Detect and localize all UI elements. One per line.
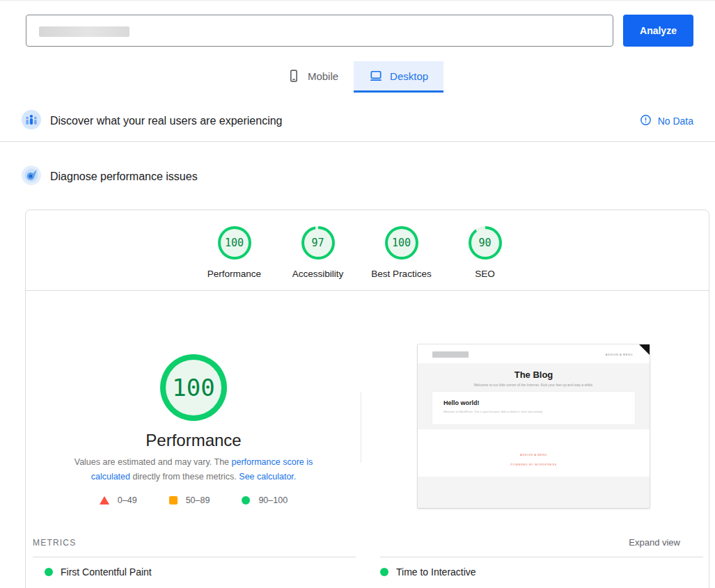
seo-score-label: SEO <box>443 269 527 279</box>
tab-mobile-label: Mobile <box>308 70 338 82</box>
screenshot-footer-line-1: ASSIGN A MENU <box>418 453 650 456</box>
url-input[interactable] <box>26 15 613 47</box>
expand-view-button[interactable]: Expand view <box>629 537 680 548</box>
screenshot-post-excerpt: Welcome to WordPress. This is your first… <box>443 410 624 413</box>
card-divider <box>26 290 709 291</box>
performance-main-ring[interactable]: 100 <box>160 354 227 421</box>
legend-fail: 0–49 <box>100 495 137 505</box>
field-section-title: Discover what your real users are experi… <box>50 115 282 127</box>
score-disclaimer: Values are estimated and may vary. The p… <box>54 455 333 484</box>
disclaimer-text-1: Values are estimated and may vary. The <box>74 457 232 467</box>
performance-score-ring: 100 <box>218 226 251 260</box>
diagnose-gauge-icon <box>22 166 41 188</box>
tab-mobile[interactable]: Mobile <box>272 61 354 93</box>
tab-desktop-label: Desktop <box>390 70 428 82</box>
info-icon <box>640 114 652 128</box>
legend-average: 50–89 <box>169 495 210 505</box>
metric-first-contentful-paint: First Contentful Paint 0.3 s <box>45 566 152 588</box>
metric-pass-dot-icon <box>380 568 388 576</box>
screenshot-menu-label: ASSIGN A MENU <box>606 353 633 356</box>
metric-pass-dot-icon <box>45 568 53 576</box>
no-data-link[interactable]: No Data <box>640 114 693 128</box>
performance-main-score: 100 <box>172 374 214 402</box>
performance-score-label: Performance <box>193 269 276 279</box>
redacted-url-text <box>39 26 129 37</box>
field-data-section-header: Discover what your real users are experi… <box>0 101 715 141</box>
pass-circle-icon <box>242 496 250 504</box>
no-data-label: No Data <box>658 116 693 127</box>
accessibility-score-value: 97 <box>311 237 324 249</box>
metric-fcp-value: 0.3 s <box>45 584 152 588</box>
disclaimer-text-2: directly from these metrics. <box>130 472 239 482</box>
analyze-button[interactable]: Analyze <box>623 15 693 47</box>
seo-score-value: 90 <box>478 237 491 249</box>
seo-score-ring: 90 <box>469 226 502 260</box>
fail-triangle-icon <box>100 496 109 504</box>
metric-tti-value: 0.3 s <box>380 584 476 588</box>
score-accessibility[interactable]: 97 Accessibility <box>276 226 360 279</box>
best-practices-score-ring: 100 <box>385 226 418 260</box>
performance-gauge-title: Performance <box>26 431 361 450</box>
screenshot-footer-links: ASSIGN A MENU POWERED BY WORDPRESS <box>418 429 650 477</box>
screenshot-hero-band: The Blog Welcome to our little corner of… <box>418 363 650 429</box>
metrics-header: METRICS Expand view <box>33 537 680 548</box>
lab-section-header: Diagnose performance issues <box>0 157 715 197</box>
accessibility-score-ring: 97 <box>301 226 335 260</box>
screenshot-site-header: ASSIGN A MENU <box>418 344 650 363</box>
screenshot-post-title: Hello world! <box>443 399 624 406</box>
metrics-heading: METRICS <box>33 538 76 548</box>
screenshot-corner-triangle-icon <box>639 344 650 355</box>
final-screenshot-thumbnail: ASSIGN A MENU The Blog Welcome to our li… <box>418 344 650 508</box>
performance-score-value: 100 <box>225 237 244 249</box>
metric-tti-label: Time to Interactive <box>396 566 476 578</box>
score-performance[interactable]: 100 Performance <box>193 226 276 279</box>
metric-divider-right <box>380 557 703 557</box>
section-divider <box>0 141 715 142</box>
best-practices-score-value: 100 <box>392 237 411 249</box>
average-range-label: 50–89 <box>186 495 210 505</box>
screenshot-blog-title: The Blog <box>418 370 650 380</box>
metric-fcp-label: First Contentful Paint <box>61 566 152 578</box>
screenshot-redacted-site-name <box>432 351 469 358</box>
tab-desktop[interactable]: Desktop <box>354 61 443 93</box>
lighthouse-report-card: 100 Performance 97 Accessibility 100 Bes… <box>25 209 709 588</box>
gauge-screenshot-divider <box>361 392 361 463</box>
legend-pass: 90–100 <box>242 495 288 505</box>
mobile-phone-icon <box>287 69 301 83</box>
screenshot-footer-line-2: POWERED BY WORDPRESS <box>418 463 650 466</box>
metric-divider-left <box>33 557 356 557</box>
screenshot-blog-subtitle: Welcome to our little corner of the Inte… <box>418 383 650 387</box>
lab-section-title: Diagnose performance issues <box>50 170 198 183</box>
best-practices-score-label: Best Practices <box>360 269 443 279</box>
see-calculator-link[interactable]: See calculator. <box>239 472 296 482</box>
screenshot-footer-band <box>418 477 650 508</box>
desktop-computer-icon <box>369 69 383 83</box>
category-scores-row: 100 Performance 97 Accessibility 100 Bes… <box>18 210 701 279</box>
score-best-practices[interactable]: 100 Best Practices <box>360 226 443 279</box>
url-bar: Analyze <box>0 1 715 47</box>
device-tabs: Mobile Desktop <box>0 61 715 93</box>
pass-range-label: 90–100 <box>258 495 288 505</box>
performance-gauge-section: 100 Performance Values are estimated and… <box>26 354 361 505</box>
metric-time-to-interactive: Time to Interactive 0.3 s <box>380 566 476 588</box>
score-legend: 0–49 50–89 90–100 <box>26 495 361 505</box>
real-users-icon <box>22 110 41 132</box>
screenshot-post-card: Hello world! Welcome to WordPress. This … <box>432 392 635 424</box>
score-seo[interactable]: 90 SEO <box>443 226 527 279</box>
fail-range-label: 0–49 <box>118 495 137 505</box>
average-square-icon <box>169 496 178 504</box>
accessibility-score-label: Accessibility <box>276 269 360 279</box>
